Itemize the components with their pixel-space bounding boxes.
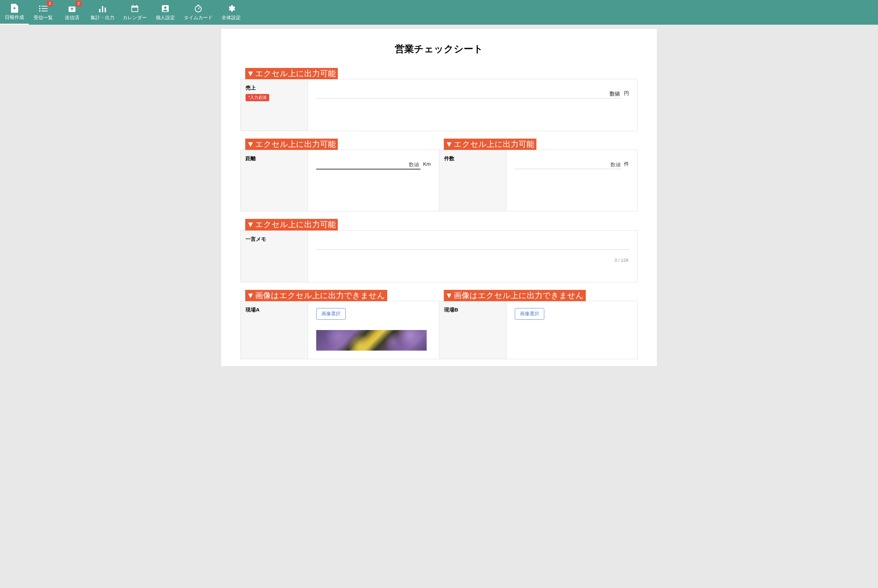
- svg-rect-7: [99, 9, 100, 12]
- svg-rect-8: [102, 6, 103, 12]
- annotation-image-ng: ▼画像はエクセル上に出力できません: [444, 290, 586, 301]
- svg-rect-12: [132, 8, 138, 11]
- nav-item-personal-settings[interactable]: 個人設定: [151, 0, 180, 25]
- annotation-excel-ok: ▼エクセル上に出力可能: [245, 68, 338, 79]
- nav-item-timecard[interactable]: タイムカード: [180, 0, 217, 25]
- field-label-col: 売上 *入力必須: [241, 79, 308, 131]
- image-preview-a: [316, 330, 427, 351]
- distance-input[interactable]: [316, 159, 421, 170]
- unit-ken: 件: [624, 161, 629, 167]
- field-label-col: 現場B: [439, 301, 506, 359]
- nav-item-global-settings[interactable]: 全体設定: [217, 0, 246, 25]
- nav-item-aggregate[interactable]: 集計・出力: [87, 0, 119, 25]
- unit-yen: 円: [624, 90, 629, 97]
- nav-item-create-report[interactable]: 日報作成: [0, 0, 29, 25]
- gear-icon: [226, 4, 236, 14]
- field-label-distance: 距離: [246, 155, 303, 162]
- svg-rect-9: [105, 8, 106, 12]
- page-card: 営業チェックシート ▼エクセル上に出力可能 売上 *入力必須 円 数値: [221, 29, 657, 366]
- field-input-col: Km 数値: [308, 150, 439, 211]
- field-site-b: 現場B 画像選択: [439, 301, 638, 359]
- svg-point-2: [39, 8, 40, 9]
- field-label-col: 距離: [241, 150, 308, 211]
- field-input-col: 件 数値: [506, 150, 637, 211]
- nav-item-sent[interactable]: 2 送信済: [58, 0, 87, 25]
- timer-icon: [193, 4, 203, 14]
- count-input[interactable]: [515, 159, 621, 169]
- file-plus-icon: [10, 3, 19, 13]
- nav-label: 受信一覧: [34, 15, 53, 21]
- top-nav: 日報作成 3 受信一覧 2 送信済 集計・出力 カレンダー 個人設定: [0, 0, 878, 25]
- nav-label: カレンダー: [123, 15, 147, 21]
- svg-rect-13: [133, 5, 133, 6]
- field-label-memo: 一言メモ: [246, 236, 303, 243]
- svg-rect-11: [131, 6, 138, 8]
- annotation-excel-ok: ▼エクセル上に出力可能: [444, 139, 536, 150]
- field-label-count: 件数: [444, 155, 502, 162]
- svg-point-0: [39, 6, 40, 7]
- unit-km: Km: [423, 161, 431, 167]
- annotation-excel-ok: ▼エクセル上に出力可能: [245, 219, 338, 230]
- char-count: 0 / 128: [614, 258, 628, 263]
- svg-rect-14: [136, 5, 137, 6]
- field-label-col: 件数: [439, 150, 506, 211]
- image-select-button-b[interactable]: 画像選択: [515, 308, 544, 320]
- field-input-col: 0 / 128: [308, 231, 637, 282]
- field-label-sales: 売上: [246, 85, 303, 91]
- badge-inbox: 3: [46, 1, 53, 6]
- nav-item-calendar[interactable]: カレンダー: [119, 0, 151, 25]
- page-title: 営業チェックシート: [240, 42, 638, 56]
- field-input-col: 円 数値: [308, 79, 637, 131]
- field-input-col: 画像選択: [506, 301, 637, 359]
- nav-item-inbox[interactable]: 3 受信一覧: [29, 0, 58, 25]
- page-wrapper: 営業チェックシート ▼エクセル上に出力可能 売上 *入力必須 円 数値: [0, 25, 878, 366]
- nav-label: 個人設定: [156, 15, 175, 21]
- field-count: 件数 件 数値: [439, 150, 638, 212]
- nav-label: タイムカード: [184, 15, 213, 21]
- svg-rect-5: [42, 10, 48, 11]
- memo-input[interactable]: [316, 240, 629, 250]
- nav-label: 集計・出力: [91, 15, 115, 21]
- badge-sent: 2: [75, 1, 82, 6]
- field-memo: 一言メモ 0 / 128: [240, 230, 638, 282]
- field-site-a: 現場A 画像選択: [240, 301, 439, 359]
- image-select-button-a[interactable]: 画像選択: [316, 308, 346, 320]
- svg-point-16: [164, 6, 167, 9]
- field-label-col: 一言メモ: [241, 231, 308, 282]
- svg-rect-3: [42, 8, 48, 9]
- field-label-site-b: 現場B: [444, 307, 502, 313]
- bar-chart-icon: [98, 4, 107, 14]
- calendar-icon: [130, 4, 139, 14]
- required-badge: *入力必須: [246, 94, 269, 101]
- svg-point-4: [39, 10, 40, 12]
- field-label-col: 現場A: [241, 301, 308, 359]
- nav-label: 送信済: [65, 15, 79, 21]
- field-input-col: 画像選択: [308, 301, 439, 359]
- annotation-image-ng: ▼画像はエクセル上に出力できません: [245, 290, 387, 301]
- field-label-site-a: 現場A: [246, 307, 303, 313]
- field-distance: 距離 Km 数値: [240, 150, 439, 212]
- nav-label: 全体設定: [222, 15, 241, 21]
- nav-label: 日報作成: [5, 14, 24, 21]
- field-sales: 売上 *入力必須 円 数値: [240, 79, 638, 131]
- account-icon: [160, 4, 170, 14]
- annotation-excel-ok: ▼エクセル上に出力可能: [245, 139, 338, 150]
- sales-input[interactable]: [316, 88, 621, 99]
